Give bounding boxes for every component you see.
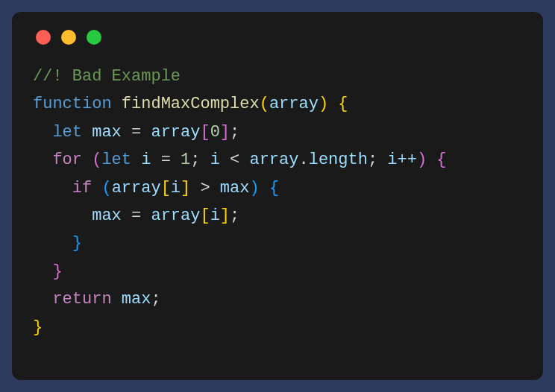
kw-for: for — [52, 151, 82, 169]
minimize-icon[interactable] — [61, 30, 76, 45]
param-array: array — [269, 95, 319, 113]
num-1: 1 — [181, 151, 190, 169]
brace-open: { — [338, 95, 348, 113]
code-window: //! Bad Example function findMaxComplex(… — [12, 12, 543, 380]
fn-name: findMaxComplex — [122, 95, 260, 113]
var-i: i — [141, 151, 151, 169]
kw-function: function — [33, 95, 112, 113]
bracket-close: ] — [220, 123, 230, 142]
prop-length: length — [309, 151, 368, 169]
traffic-lights — [33, 27, 522, 45]
paren-open: ( — [260, 95, 269, 113]
code-comment: //! Bad Example — [33, 67, 181, 86]
var-array: array — [151, 123, 200, 142]
close-icon[interactable] — [36, 30, 51, 45]
var-max: max — [92, 123, 122, 142]
code-block: //! Bad Example function findMaxComplex(… — [33, 63, 522, 341]
num-0: 0 — [210, 123, 220, 142]
kw-let: let — [52, 123, 82, 142]
kw-if: if — [72, 179, 92, 197]
maximize-icon[interactable] — [87, 30, 101, 45]
bracket-open: [ — [200, 123, 210, 142]
kw-return: return — [52, 290, 111, 309]
paren-close: ) — [319, 95, 328, 113]
i-plus-plus: i++ — [387, 151, 417, 169]
